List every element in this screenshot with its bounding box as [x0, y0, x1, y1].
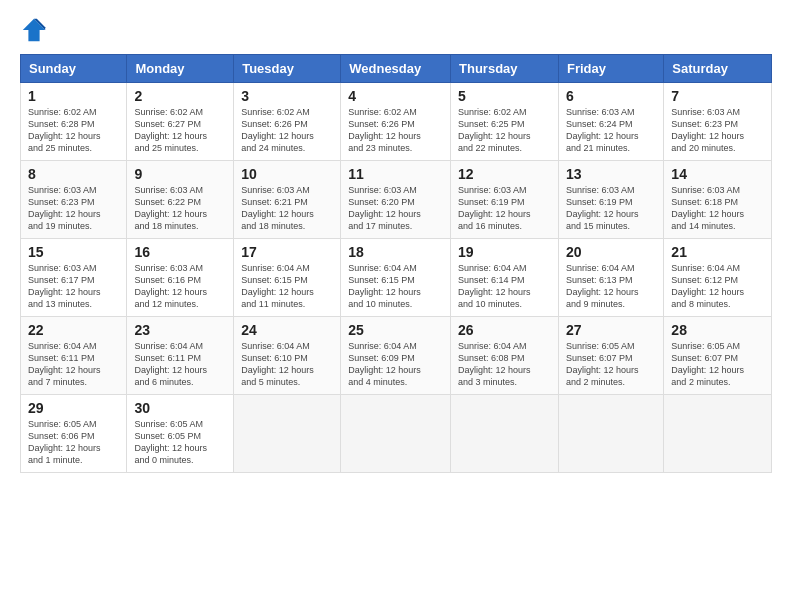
- day-info: Sunrise: 6:03 AM Sunset: 6:17 PM Dayligh…: [28, 262, 119, 311]
- calendar-cell: 7Sunrise: 6:03 AM Sunset: 6:23 PM Daylig…: [664, 83, 772, 161]
- day-info: Sunrise: 6:04 AM Sunset: 6:09 PM Dayligh…: [348, 340, 443, 389]
- day-info: Sunrise: 6:04 AM Sunset: 6:10 PM Dayligh…: [241, 340, 333, 389]
- day-number: 1: [28, 88, 119, 104]
- day-number: 15: [28, 244, 119, 260]
- calendar-cell: 2Sunrise: 6:02 AM Sunset: 6:27 PM Daylig…: [127, 83, 234, 161]
- day-number: 7: [671, 88, 764, 104]
- calendar-cell: [664, 395, 772, 473]
- day-info: Sunrise: 6:03 AM Sunset: 6:18 PM Dayligh…: [671, 184, 764, 233]
- day-number: 28: [671, 322, 764, 338]
- day-info: Sunrise: 6:05 AM Sunset: 6:05 PM Dayligh…: [134, 418, 226, 467]
- calendar-cell: 3Sunrise: 6:02 AM Sunset: 6:26 PM Daylig…: [234, 83, 341, 161]
- day-info: Sunrise: 6:03 AM Sunset: 6:22 PM Dayligh…: [134, 184, 226, 233]
- calendar-cell: [234, 395, 341, 473]
- header-friday: Friday: [558, 55, 663, 83]
- calendar-cell: 21Sunrise: 6:04 AM Sunset: 6:12 PM Dayli…: [664, 239, 772, 317]
- calendar-cell: 19Sunrise: 6:04 AM Sunset: 6:14 PM Dayli…: [451, 239, 559, 317]
- page: Sunday Monday Tuesday Wednesday Thursday…: [0, 0, 792, 612]
- calendar-cell: 11Sunrise: 6:03 AM Sunset: 6:20 PM Dayli…: [341, 161, 451, 239]
- calendar-cell: 18Sunrise: 6:04 AM Sunset: 6:15 PM Dayli…: [341, 239, 451, 317]
- calendar-cell: 27Sunrise: 6:05 AM Sunset: 6:07 PM Dayli…: [558, 317, 663, 395]
- day-number: 20: [566, 244, 656, 260]
- svg-marker-0: [23, 19, 45, 41]
- day-number: 12: [458, 166, 551, 182]
- calendar-cell: 30Sunrise: 6:05 AM Sunset: 6:05 PM Dayli…: [127, 395, 234, 473]
- day-number: 30: [134, 400, 226, 416]
- calendar-cell: 17Sunrise: 6:04 AM Sunset: 6:15 PM Dayli…: [234, 239, 341, 317]
- day-info: Sunrise: 6:04 AM Sunset: 6:13 PM Dayligh…: [566, 262, 656, 311]
- calendar-cell: 29Sunrise: 6:05 AM Sunset: 6:06 PM Dayli…: [21, 395, 127, 473]
- day-info: Sunrise: 6:04 AM Sunset: 6:11 PM Dayligh…: [28, 340, 119, 389]
- day-info: Sunrise: 6:03 AM Sunset: 6:19 PM Dayligh…: [458, 184, 551, 233]
- calendar-cell: [341, 395, 451, 473]
- day-info: Sunrise: 6:05 AM Sunset: 6:06 PM Dayligh…: [28, 418, 119, 467]
- day-info: Sunrise: 6:04 AM Sunset: 6:12 PM Dayligh…: [671, 262, 764, 311]
- day-info: Sunrise: 6:02 AM Sunset: 6:28 PM Dayligh…: [28, 106, 119, 155]
- day-number: 9: [134, 166, 226, 182]
- day-info: Sunrise: 6:05 AM Sunset: 6:07 PM Dayligh…: [671, 340, 764, 389]
- day-number: 14: [671, 166, 764, 182]
- day-info: Sunrise: 6:02 AM Sunset: 6:25 PM Dayligh…: [458, 106, 551, 155]
- day-number: 16: [134, 244, 226, 260]
- header-saturday: Saturday: [664, 55, 772, 83]
- day-info: Sunrise: 6:05 AM Sunset: 6:07 PM Dayligh…: [566, 340, 656, 389]
- day-number: 3: [241, 88, 333, 104]
- day-info: Sunrise: 6:02 AM Sunset: 6:27 PM Dayligh…: [134, 106, 226, 155]
- calendar-cell: 8Sunrise: 6:03 AM Sunset: 6:23 PM Daylig…: [21, 161, 127, 239]
- calendar-cell: 26Sunrise: 6:04 AM Sunset: 6:08 PM Dayli…: [451, 317, 559, 395]
- day-number: 6: [566, 88, 656, 104]
- header-tuesday: Tuesday: [234, 55, 341, 83]
- calendar-cell: 14Sunrise: 6:03 AM Sunset: 6:18 PM Dayli…: [664, 161, 772, 239]
- calendar-cell: 4Sunrise: 6:02 AM Sunset: 6:26 PM Daylig…: [341, 83, 451, 161]
- day-number: 19: [458, 244, 551, 260]
- day-number: 5: [458, 88, 551, 104]
- logo-icon: [20, 16, 48, 44]
- calendar-cell: 13Sunrise: 6:03 AM Sunset: 6:19 PM Dayli…: [558, 161, 663, 239]
- calendar-cell: 9Sunrise: 6:03 AM Sunset: 6:22 PM Daylig…: [127, 161, 234, 239]
- day-number: 8: [28, 166, 119, 182]
- calendar-week-3: 15Sunrise: 6:03 AM Sunset: 6:17 PM Dayli…: [21, 239, 772, 317]
- day-number: 4: [348, 88, 443, 104]
- calendar-cell: 1Sunrise: 6:02 AM Sunset: 6:28 PM Daylig…: [21, 83, 127, 161]
- header-monday: Monday: [127, 55, 234, 83]
- day-number: 22: [28, 322, 119, 338]
- calendar-cell: 23Sunrise: 6:04 AM Sunset: 6:11 PM Dayli…: [127, 317, 234, 395]
- calendar-week-5: 29Sunrise: 6:05 AM Sunset: 6:06 PM Dayli…: [21, 395, 772, 473]
- calendar-cell: 6Sunrise: 6:03 AM Sunset: 6:24 PM Daylig…: [558, 83, 663, 161]
- day-number: 13: [566, 166, 656, 182]
- day-info: Sunrise: 6:04 AM Sunset: 6:14 PM Dayligh…: [458, 262, 551, 311]
- day-info: Sunrise: 6:03 AM Sunset: 6:21 PM Dayligh…: [241, 184, 333, 233]
- header-thursday: Thursday: [451, 55, 559, 83]
- calendar-week-1: 1Sunrise: 6:02 AM Sunset: 6:28 PM Daylig…: [21, 83, 772, 161]
- day-info: Sunrise: 6:03 AM Sunset: 6:19 PM Dayligh…: [566, 184, 656, 233]
- header-sunday: Sunday: [21, 55, 127, 83]
- day-info: Sunrise: 6:03 AM Sunset: 6:23 PM Dayligh…: [28, 184, 119, 233]
- day-number: 23: [134, 322, 226, 338]
- header: [20, 16, 772, 44]
- day-number: 29: [28, 400, 119, 416]
- day-info: Sunrise: 6:04 AM Sunset: 6:08 PM Dayligh…: [458, 340, 551, 389]
- day-number: 26: [458, 322, 551, 338]
- calendar-cell: 22Sunrise: 6:04 AM Sunset: 6:11 PM Dayli…: [21, 317, 127, 395]
- day-info: Sunrise: 6:02 AM Sunset: 6:26 PM Dayligh…: [241, 106, 333, 155]
- weekday-header-row: Sunday Monday Tuesday Wednesday Thursday…: [21, 55, 772, 83]
- day-info: Sunrise: 6:04 AM Sunset: 6:15 PM Dayligh…: [241, 262, 333, 311]
- day-number: 17: [241, 244, 333, 260]
- day-info: Sunrise: 6:03 AM Sunset: 6:16 PM Dayligh…: [134, 262, 226, 311]
- day-info: Sunrise: 6:02 AM Sunset: 6:26 PM Dayligh…: [348, 106, 443, 155]
- calendar-week-2: 8Sunrise: 6:03 AM Sunset: 6:23 PM Daylig…: [21, 161, 772, 239]
- logo: [20, 16, 52, 44]
- calendar-cell: 12Sunrise: 6:03 AM Sunset: 6:19 PM Dayli…: [451, 161, 559, 239]
- day-number: 2: [134, 88, 226, 104]
- calendar-week-4: 22Sunrise: 6:04 AM Sunset: 6:11 PM Dayli…: [21, 317, 772, 395]
- calendar-cell: 20Sunrise: 6:04 AM Sunset: 6:13 PM Dayli…: [558, 239, 663, 317]
- day-info: Sunrise: 6:03 AM Sunset: 6:24 PM Dayligh…: [566, 106, 656, 155]
- calendar-table: Sunday Monday Tuesday Wednesday Thursday…: [20, 54, 772, 473]
- calendar-cell: [558, 395, 663, 473]
- day-number: 27: [566, 322, 656, 338]
- calendar-cell: 28Sunrise: 6:05 AM Sunset: 6:07 PM Dayli…: [664, 317, 772, 395]
- calendar-cell: 24Sunrise: 6:04 AM Sunset: 6:10 PM Dayli…: [234, 317, 341, 395]
- day-number: 24: [241, 322, 333, 338]
- calendar-cell: 10Sunrise: 6:03 AM Sunset: 6:21 PM Dayli…: [234, 161, 341, 239]
- calendar-cell: [451, 395, 559, 473]
